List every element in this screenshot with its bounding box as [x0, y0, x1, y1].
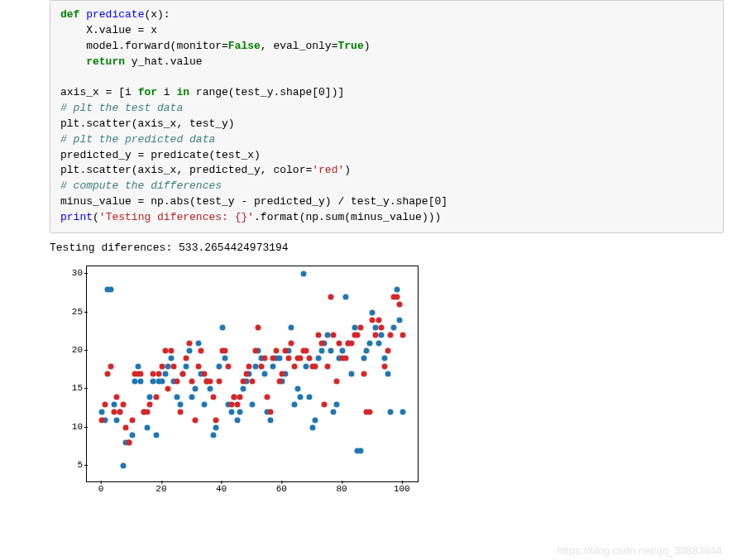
data-point — [159, 363, 165, 369]
data-point — [313, 417, 318, 423]
data-point — [385, 371, 390, 376]
data-point — [210, 433, 216, 438]
data-point — [217, 363, 222, 369]
data-point — [331, 409, 337, 415]
data-point — [276, 379, 282, 385]
data-point — [285, 356, 291, 361]
ytick: 10 — [58, 422, 83, 432]
data-point — [151, 371, 156, 376]
data-point — [385, 347, 390, 353]
data-point — [159, 379, 165, 385]
data-point — [399, 333, 405, 338]
fn-name: predicate — [86, 8, 144, 21]
code-cell: def predicate(x): X.value = x model.forw… — [50, 0, 724, 233]
xtick: 20 — [155, 484, 166, 494]
data-point — [147, 394, 153, 400]
data-point — [144, 424, 150, 430]
data-point — [267, 417, 273, 423]
data-point — [352, 325, 357, 331]
data-point — [177, 409, 183, 415]
data-point — [289, 325, 294, 331]
data-point — [168, 356, 174, 361]
data-point — [376, 340, 381, 346]
data-point — [151, 379, 156, 385]
data-point — [357, 448, 363, 453]
data-point — [382, 356, 388, 361]
data-point — [237, 409, 243, 415]
data-point — [294, 386, 300, 392]
data-point — [210, 394, 216, 400]
xtick: 40 — [216, 484, 227, 494]
data-point — [168, 347, 174, 353]
data-point — [382, 363, 388, 369]
data-point — [120, 401, 126, 407]
data-point — [265, 394, 270, 400]
data-point — [276, 356, 282, 361]
data-point — [99, 409, 105, 415]
data-point — [373, 325, 379, 331]
data-point — [370, 317, 376, 323]
xtick: 60 — [276, 484, 287, 494]
data-point — [153, 433, 159, 438]
data-point — [246, 363, 252, 369]
xtick: 80 — [336, 484, 347, 494]
output-text: Testing diferences: 533.2654424973194 — [50, 242, 724, 254]
data-point — [225, 363, 231, 369]
data-point — [222, 356, 228, 361]
data-point — [258, 363, 264, 369]
data-point — [232, 394, 237, 400]
data-point — [399, 409, 405, 415]
data-point — [333, 379, 339, 385]
data-point — [213, 424, 219, 430]
data-point — [397, 317, 403, 323]
kw-def: def — [60, 8, 79, 21]
data-point — [270, 363, 276, 369]
xtick: 0 — [98, 484, 104, 494]
data-point — [99, 417, 105, 423]
ytick: 15 — [58, 383, 83, 393]
data-point — [228, 401, 234, 407]
comment: # compute the differences — [60, 179, 222, 192]
data-point — [394, 294, 399, 299]
data-point — [186, 340, 192, 346]
data-point — [199, 347, 204, 353]
data-point — [184, 363, 189, 369]
data-point — [175, 379, 180, 385]
data-point — [355, 333, 361, 338]
data-point — [117, 409, 123, 415]
data-point — [180, 371, 186, 376]
data-point — [333, 401, 339, 407]
data-point — [316, 356, 322, 361]
data-point — [366, 340, 372, 346]
data-point — [156, 371, 162, 376]
data-point — [289, 340, 294, 346]
data-point — [120, 463, 126, 469]
data-point — [123, 424, 129, 430]
data-point — [114, 417, 120, 423]
data-point — [283, 347, 289, 353]
data-point — [328, 294, 333, 299]
data-point — [370, 309, 376, 315]
data-point — [129, 417, 135, 423]
data-point — [291, 363, 297, 369]
data-point — [126, 440, 132, 446]
data-point — [261, 371, 267, 376]
data-point — [108, 363, 114, 369]
data-point — [309, 424, 315, 430]
data-point — [274, 347, 280, 353]
data-point — [129, 433, 135, 438]
data-point — [208, 379, 213, 385]
data-point — [261, 356, 267, 361]
ytick: 5 — [58, 460, 83, 470]
data-point — [373, 333, 379, 338]
data-point — [304, 363, 309, 369]
plot-area — [86, 266, 419, 482]
data-point — [219, 325, 225, 331]
data-point — [331, 333, 337, 338]
data-point — [138, 379, 144, 385]
data-point — [252, 363, 258, 369]
data-point — [342, 294, 348, 299]
data-point — [337, 340, 342, 346]
data-point — [201, 371, 207, 376]
data-point — [318, 347, 324, 353]
